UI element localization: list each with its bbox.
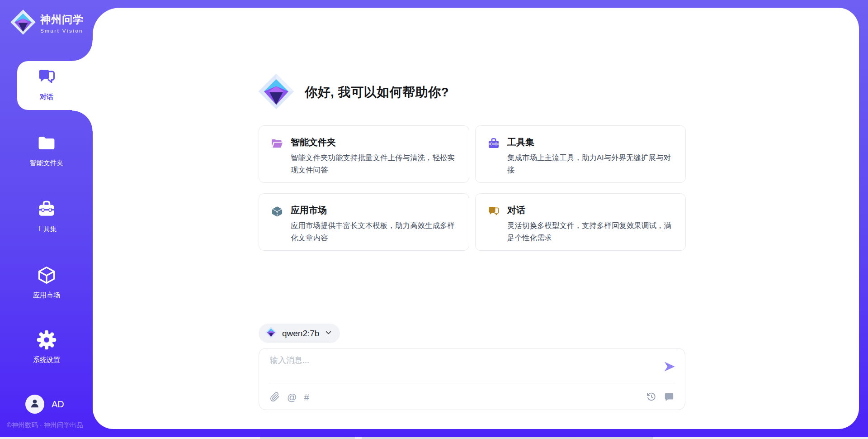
sidebar-item-label: 对话	[40, 93, 53, 101]
message-composer: @ #	[259, 348, 685, 410]
sidebar-item-smart-folder[interactable]: 智能文件夹	[0, 133, 93, 167]
card-smart-folder[interactable]: 智能文件夹 智能文件夹功能支持批量文件上传与清洗，轻松实现文件问答	[259, 125, 469, 183]
card-title: 智能文件夹	[291, 136, 458, 148]
open-folder-icon	[271, 136, 283, 182]
model-name: qwen2:7b	[282, 329, 319, 339]
avatar	[25, 395, 44, 414]
card-description: 灵活切换多模型文件，支持多样回复效果调试，满足个性化需求	[507, 220, 675, 244]
card-toolset[interactable]: 工具集 集成市场上主流工具，助力AI与外界无缝扩展与对接	[475, 125, 686, 183]
app-tagline: Smart Vision	[40, 28, 84, 33]
toolbox-icon	[487, 136, 500, 182]
sidebar-item-label: 智能文件夹	[30, 159, 64, 167]
greeting-text: 你好, 我可以如何帮助你?	[305, 84, 449, 101]
user-profile[interactable]: AD	[25, 395, 64, 414]
greeting: 你好, 我可以如何帮助你?	[258, 72, 449, 112]
gear-icon	[37, 330, 57, 352]
comment-icon[interactable]	[664, 392, 674, 402]
card-title: 对话	[507, 204, 675, 216]
card-description: 应用市场提供丰富长文本模板，助力高效生成多样化文章内容	[291, 220, 458, 244]
sidebar: 神州问学 Smart Vision 对话 智能文件夹	[0, 0, 93, 439]
feature-cards: 智能文件夹 智能文件夹功能支持批量文件上传与清洗，轻松实现文件问答 工具集 集成…	[259, 125, 686, 251]
person-icon	[29, 397, 41, 411]
card-app-market[interactable]: 应用市场 应用市场提供丰富长文本模板，助力高效生成多样化文章内容	[259, 193, 469, 251]
card-title: 工具集	[507, 136, 675, 148]
scrollbar-thumb[interactable]	[260, 437, 355, 439]
sidebar-item-label: 应用市场	[33, 291, 60, 300]
card-title: 应用市场	[291, 204, 458, 216]
sidebar-item-app-market[interactable]: 应用市场	[0, 265, 93, 300]
message-input[interactable]	[270, 355, 653, 381]
toolbox-icon	[37, 199, 57, 221]
chat-icon	[37, 67, 57, 89]
user-initials: AD	[52, 399, 64, 410]
logo-diamond-icon	[10, 9, 36, 37]
logo-diamond-icon	[258, 73, 295, 112]
send-icon[interactable]	[663, 360, 676, 373]
at-icon[interactable]: @	[287, 392, 297, 402]
model-selector[interactable]: qwen2:7b	[259, 324, 340, 343]
copyright-text: ©神州数码 · 神州问学出品	[7, 421, 83, 429]
chevron-down-icon	[324, 328, 333, 339]
card-description: 智能文件夹功能支持批量文件上传与清洗，轻松实现文件问答	[291, 152, 458, 176]
composer-divider	[268, 383, 676, 383]
sidebar-item-toolset[interactable]: 工具集	[0, 199, 93, 234]
card-description: 集成市场上主流工具，助力AI与外界无缝扩展与对接	[507, 152, 675, 176]
folder-icon	[37, 133, 57, 155]
cube-icon	[37, 265, 57, 287]
sidebar-item-label: 系统设置	[33, 356, 60, 364]
hash-icon[interactable]: #	[304, 392, 309, 402]
paperclip-icon[interactable]	[270, 392, 280, 402]
app-logo: 神州问学 Smart Vision	[10, 9, 84, 37]
history-icon[interactable]	[646, 392, 656, 402]
logo-diamond-icon	[265, 326, 277, 340]
sidebar-item-label: 工具集	[37, 225, 57, 234]
sidebar-item-settings[interactable]: 系统设置	[0, 330, 93, 364]
composer-toolbar: @ #	[270, 388, 674, 406]
sidebar-item-chat[interactable]: 对话	[0, 67, 93, 101]
app-name: 神州问学	[40, 13, 84, 27]
card-chat[interactable]: 对话 灵活切换多模型文件，支持多样回复效果调试，满足个性化需求	[475, 193, 686, 251]
scrollbar-thumb[interactable]	[362, 437, 653, 439]
chat-icon	[487, 204, 500, 250]
cube-icon	[271, 204, 283, 250]
horizontal-scrollbar-track	[0, 437, 868, 439]
